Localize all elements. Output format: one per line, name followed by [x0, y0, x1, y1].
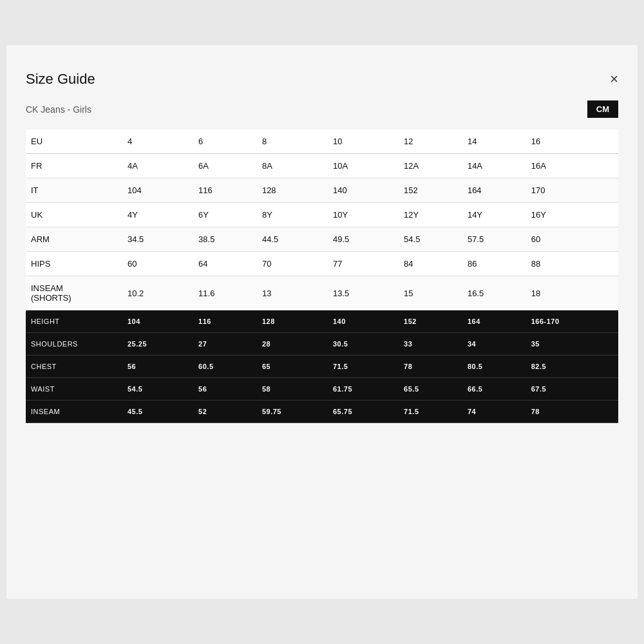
modal-header: Size Guide × — [26, 71, 618, 88]
table-cell: 82.5 — [526, 355, 618, 378]
table-row: UK4Y6Y8Y10Y12Y14Y16Y — [26, 203, 618, 227]
table-cell: 35 — [526, 333, 618, 355]
table-cell: 164 — [462, 178, 526, 203]
table-header-row: EU 4 6 8 10 12 14 16 — [26, 129, 618, 154]
table-row: FR4A6A8A10A12A14A16A — [26, 154, 618, 178]
row-label: ARM — [26, 227, 122, 252]
size-table: EU 4 6 8 10 12 14 16 FR4A6A8A10A12A14A16… — [26, 129, 618, 423]
table-row: IT104116128140152164170 — [26, 178, 618, 203]
table-row: CHEST5660.56571.57880.582.5 — [26, 355, 618, 378]
table-row: INSEAM45.55259.7565.7571.57478 — [26, 401, 618, 423]
row-label: INSEAM (SHORTS) — [26, 276, 122, 310]
row-label: HEIGHT — [26, 310, 122, 333]
table-row: WAIST54.5565861.7565.566.567.5 — [26, 378, 618, 401]
table-cell: 16.5 — [462, 276, 526, 310]
column-header-10: 10 — [328, 129, 399, 154]
column-header-14: 14 — [462, 129, 526, 154]
table-cell: 140 — [328, 310, 399, 333]
row-label: UK — [26, 203, 122, 227]
table-cell: 12Y — [399, 203, 462, 227]
table-cell: 16A — [526, 154, 618, 178]
table-row: HIPS60647077848688 — [26, 252, 618, 276]
table-cell: 25.25 — [122, 333, 193, 355]
table-cell: 70 — [257, 252, 328, 276]
modal-title: Size Guide — [26, 71, 95, 88]
table-cell: 27 — [193, 333, 257, 355]
subtitle: CK Jeans - Girls — [26, 104, 91, 115]
table-cell: 14A — [462, 154, 526, 178]
table-cell: 60 — [122, 252, 193, 276]
table-cell: 84 — [399, 252, 462, 276]
table-cell: 71.5 — [399, 401, 462, 423]
table-cell: 10.2 — [122, 276, 193, 310]
table-cell: 10A — [328, 154, 399, 178]
table-cell: 52 — [193, 401, 257, 423]
column-header-12: 12 — [399, 129, 462, 154]
row-label: CHEST — [26, 355, 122, 378]
table-cell: 30.5 — [328, 333, 399, 355]
row-label: HIPS — [26, 252, 122, 276]
table-cell: 59.75 — [257, 401, 328, 423]
table-cell: 13 — [257, 276, 328, 310]
column-header-6: 6 — [193, 129, 257, 154]
table-cell: 8Y — [257, 203, 328, 227]
table-cell: 78 — [526, 401, 618, 423]
modal: Size Guide × CK Jeans - Girls CM EU 4 6 … — [6, 45, 638, 599]
table-cell: 86 — [462, 252, 526, 276]
table-cell: 116 — [193, 178, 257, 203]
column-header-16: 16 — [526, 129, 618, 154]
table-cell: 45.5 — [122, 401, 193, 423]
table-cell: 54.5 — [399, 227, 462, 252]
row-label: SHOULDERS — [26, 333, 122, 355]
table-cell: 170 — [526, 178, 618, 203]
subtitle-row: CK Jeans - Girls CM — [26, 100, 618, 118]
table-cell: 18 — [526, 276, 618, 310]
unit-toggle-button[interactable]: CM — [587, 100, 618, 118]
table-cell: 104 — [122, 310, 193, 333]
table-cell: 56 — [193, 378, 257, 401]
row-label: WAIST — [26, 378, 122, 401]
table-cell: 54.5 — [122, 378, 193, 401]
table-cell: 64 — [193, 252, 257, 276]
table-cell: 57.5 — [462, 227, 526, 252]
row-label: IT — [26, 178, 122, 203]
table-cell: 60 — [526, 227, 618, 252]
table-cell: 10Y — [328, 203, 399, 227]
table-cell: 61.75 — [328, 378, 399, 401]
table-cell: 13.5 — [328, 276, 399, 310]
row-label: INSEAM — [26, 401, 122, 423]
table-cell: 164 — [462, 310, 526, 333]
table-cell: 60.5 — [193, 355, 257, 378]
table-cell: 128 — [257, 178, 328, 203]
table-cell: 104 — [122, 178, 193, 203]
table-cell: 38.5 — [193, 227, 257, 252]
table-cell: 66.5 — [462, 378, 526, 401]
table-cell: 56 — [122, 355, 193, 378]
table-cell: 71.5 — [328, 355, 399, 378]
table-cell: 65 — [257, 355, 328, 378]
table-row: HEIGHT104116128140152164166-170 — [26, 310, 618, 333]
table-cell: 16Y — [526, 203, 618, 227]
table-cell: 49.5 — [328, 227, 399, 252]
table-cell: 33 — [399, 333, 462, 355]
table-cell: 77 — [328, 252, 399, 276]
table-cell: 15 — [399, 276, 462, 310]
table-cell: 80.5 — [462, 355, 526, 378]
table-cell: 14Y — [462, 203, 526, 227]
table-cell: 8A — [257, 154, 328, 178]
table-cell: 65.75 — [328, 401, 399, 423]
table-cell: 116 — [193, 310, 257, 333]
table-cell: 74 — [462, 401, 526, 423]
table-cell: 28 — [257, 333, 328, 355]
close-button[interactable]: × — [610, 72, 618, 86]
column-header-label: EU — [26, 129, 122, 154]
table-cell: 4A — [122, 154, 193, 178]
table-row: SHOULDERS25.25272830.5333435 — [26, 333, 618, 355]
table-cell: 44.5 — [257, 227, 328, 252]
table-cell: 65.5 — [399, 378, 462, 401]
table-cell: 12A — [399, 154, 462, 178]
column-header-8: 8 — [257, 129, 328, 154]
table-cell: 140 — [328, 178, 399, 203]
table-cell: 4Y — [122, 203, 193, 227]
table-cell: 128 — [257, 310, 328, 333]
